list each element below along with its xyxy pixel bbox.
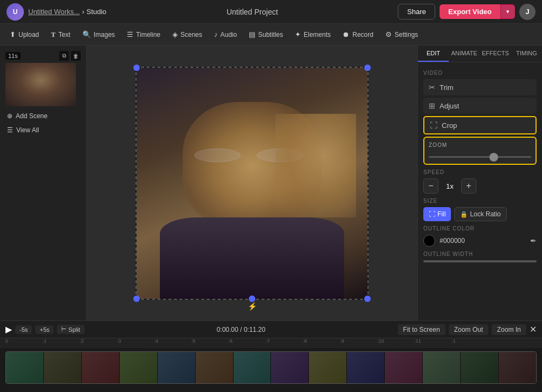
crop-label: Crop xyxy=(442,121,457,130)
copy-scene-button[interactable]: ⧉ xyxy=(59,51,69,61)
trim-icon: ✂ xyxy=(429,83,435,92)
toolbar-record[interactable]: ⏺ Record xyxy=(337,28,379,41)
eyedropper-icon: ✒ xyxy=(530,236,537,245)
timeline-icon: ☰ xyxy=(127,30,133,38)
resize-handle-tl[interactable] xyxy=(133,65,140,71)
toolbar-subtitles[interactable]: ▤ Subtitles xyxy=(243,28,288,41)
avatar[interactable]: J xyxy=(519,4,535,20)
text-icon: T xyxy=(51,30,56,39)
tab-effects[interactable]: EFFECTS xyxy=(480,46,511,62)
sidebar: 11s ⧉ 🗑 ⊕ Add Scene ☰ View All xyxy=(0,46,87,320)
toolbar-audio[interactable]: ♪ Audio xyxy=(209,28,242,41)
zoom-in-button[interactable]: Zoom In xyxy=(492,324,526,335)
fit-screen-button[interactable]: Fit to Screen xyxy=(398,324,446,335)
bottom-bar: ▶ -5s +5s ⊢ Split 0:00.00 / 0:11.20 Fit … xyxy=(0,320,542,338)
app-logo: U xyxy=(7,3,24,21)
tab-animate[interactable]: ANIMATE xyxy=(449,46,480,62)
ruler-mark-12: :1 xyxy=(451,338,456,344)
toolbar-timeline[interactable]: ☰ Timeline xyxy=(121,28,166,41)
outline-width-slider[interactable] xyxy=(423,260,537,262)
close-button[interactable]: ✕ xyxy=(530,324,537,335)
scene-thumb-image[interactable] xyxy=(5,63,76,106)
breadcrumb-separator: › xyxy=(82,8,84,16)
outline-color-label: OUTLINE COLOR xyxy=(423,226,537,232)
timeline-thumb-11 xyxy=(423,352,461,383)
zoom-out-button[interactable]: Zoom Out xyxy=(449,324,488,335)
add-scene-link[interactable]: ⊕ Add Scene xyxy=(5,111,81,121)
toolbar-settings[interactable]: ⚙ Settings xyxy=(380,28,423,41)
trim-label: Trim xyxy=(440,83,454,92)
play-button[interactable]: ▶ xyxy=(5,324,12,335)
share-button[interactable]: Share xyxy=(398,4,435,20)
upload-icon: ⬆ xyxy=(10,30,16,38)
video-content xyxy=(137,68,367,299)
timeline-thumb-9 xyxy=(347,352,385,383)
outline-width-section: OUTLINE WIDTH xyxy=(423,251,537,262)
outline-color-row: #000000 ✒ xyxy=(423,235,537,247)
toolbar-upload[interactable]: ⬆ Upload xyxy=(4,28,44,41)
zoom-section: ZOOM xyxy=(423,137,537,165)
canvas-frame[interactable]: ⚡ xyxy=(136,67,369,300)
audio-icon: ♪ xyxy=(214,30,218,38)
toolbar-record-label: Record xyxy=(352,31,373,38)
tab-edit[interactable]: EDIT xyxy=(418,46,449,62)
breadcrumb-link[interactable]: Untitled Works... xyxy=(28,8,80,16)
timeline-thumb-1 xyxy=(44,352,82,383)
ruler-mark-0: 0 xyxy=(5,338,8,344)
color-swatch[interactable] xyxy=(423,235,435,247)
toolbar-text[interactable]: T Text xyxy=(46,28,76,42)
breadcrumb-current: Studio xyxy=(86,8,106,16)
ruler-mark-6: :6 xyxy=(229,338,233,344)
skip-fwd-button[interactable]: +5s xyxy=(35,325,54,334)
size-label: SIZE xyxy=(423,198,537,204)
view-all-label: View All xyxy=(16,126,39,134)
outline-width-label: OUTLINE WIDTH xyxy=(423,251,537,257)
toolbar-audio-label: Audio xyxy=(221,31,237,38)
speed-minus-button[interactable]: − xyxy=(423,178,438,194)
toolbar-elements-label: Elements xyxy=(304,31,331,38)
lock-ratio-button[interactable]: 🔒 Lock Ratio xyxy=(454,207,507,221)
ruler-mark-10: :10 xyxy=(377,338,384,344)
delete-scene-button[interactable]: 🗑 xyxy=(71,51,81,61)
fill-button[interactable]: ⛶ Fill xyxy=(423,207,451,221)
canvas-area: ⚡ xyxy=(87,46,417,320)
panel-tabs: EDIT ANIMATE EFFECTS TIMING xyxy=(418,46,542,62)
timeline-thumb-12 xyxy=(461,352,499,383)
timeline-thumb-7 xyxy=(271,352,309,383)
play-icon: ▶ xyxy=(5,325,12,334)
resize-handle-bm[interactable] xyxy=(249,295,255,302)
tab-timing[interactable]: TIMING xyxy=(511,46,542,62)
toolbar-elements[interactable]: ✦ Elements xyxy=(289,28,336,41)
toolbar-scenes[interactable]: ◈ Scenes xyxy=(167,28,208,41)
export-button-group: Export Video ▾ xyxy=(440,4,515,19)
toolbar-images-label: Images xyxy=(94,31,115,38)
video-section-label: VIDEO xyxy=(423,70,537,76)
zoom-slider[interactable] xyxy=(429,156,531,158)
toolbar-images[interactable]: 🔍 Images xyxy=(77,28,120,41)
timeline-clip[interactable] xyxy=(5,351,537,384)
speed-plus-button[interactable]: + xyxy=(461,178,476,194)
view-all-link[interactable]: ☰ View All xyxy=(5,125,81,136)
resize-handle-br[interactable] xyxy=(364,295,371,302)
toolbar-upload-label: Upload xyxy=(18,31,39,38)
size-controls: ⛶ Fill 🔒 Lock Ratio xyxy=(423,207,537,221)
skip-back-button[interactable]: -5s xyxy=(15,325,32,334)
adjust-button[interactable]: ⊞ Adjust xyxy=(423,98,537,114)
header-right: Share Export Video ▾ J xyxy=(398,4,535,20)
crop-button[interactable]: ⛶ Crop xyxy=(423,116,537,134)
split-icon: ⊢ xyxy=(61,326,67,333)
resize-handle-tr[interactable] xyxy=(364,65,371,71)
resize-handle-bl[interactable] xyxy=(133,295,140,302)
ruler-mark-11: :11 xyxy=(415,338,422,344)
split-button[interactable]: ⊢ Split xyxy=(57,325,84,334)
export-button[interactable]: Export Video xyxy=(440,4,500,19)
trim-button[interactable]: ✂ Trim xyxy=(423,79,537,95)
record-icon: ⏺ xyxy=(343,30,350,38)
elements-icon: ✦ xyxy=(295,30,301,38)
lock-icon: 🔒 xyxy=(460,211,468,218)
scene-duration: 11s xyxy=(5,52,21,60)
fill-icon: ⛶ xyxy=(429,210,435,218)
eyedropper-button[interactable]: ✒ xyxy=(530,236,537,245)
timeline-thumbs xyxy=(6,352,536,383)
export-chevron-button[interactable]: ▾ xyxy=(500,5,515,18)
